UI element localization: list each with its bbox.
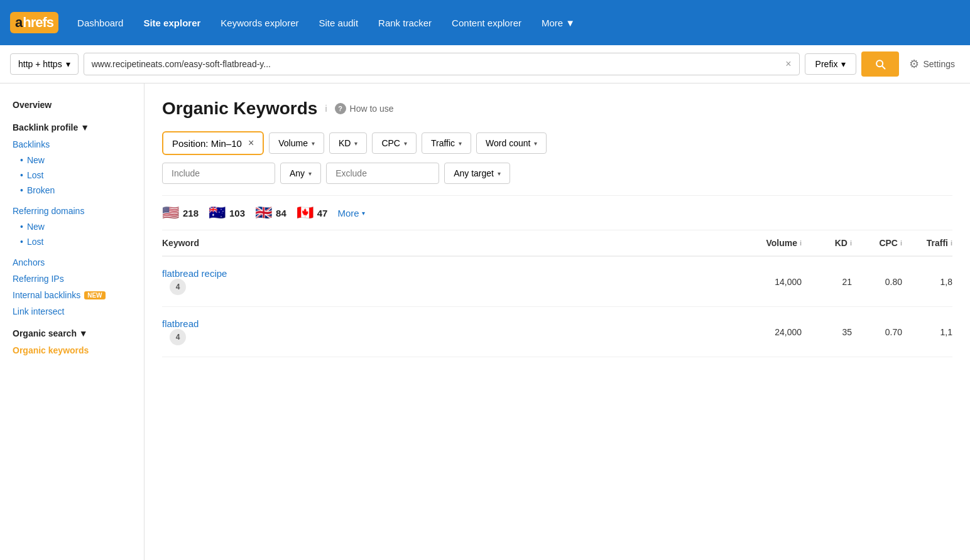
- us-flag-icon: 🇺🇸: [162, 205, 179, 221]
- kd-filter-label: KD: [339, 138, 351, 148]
- sidebar-item-backlinks[interactable]: Backlinks: [0, 136, 144, 153]
- keywords-table: Keyword Volume i KD i CPC i Traffi i: [162, 230, 952, 357]
- protocol-label: http + https: [18, 59, 62, 69]
- any-button[interactable]: Any ▾: [280, 163, 321, 184]
- traffic-filter-button[interactable]: Traffic ▾: [422, 132, 471, 154]
- flag-ca[interactable]: 🇨🇦 47: [297, 205, 328, 221]
- sidebar-item-anchors[interactable]: Anchors: [0, 254, 144, 271]
- any-target-chevron-icon: ▾: [498, 170, 501, 177]
- col-header-traffic: Traffi i: [902, 238, 952, 248]
- title-info-icon[interactable]: i: [325, 104, 327, 114]
- sidebar-item-referring-ips[interactable]: Referring IPs: [0, 271, 144, 287]
- col-header-kd: KD i: [802, 238, 852, 248]
- gb-count: 84: [276, 208, 286, 218]
- sidebar-backlink-profile[interactable]: Backlink profile ▼: [0, 119, 144, 136]
- any-target-button[interactable]: Any target ▾: [444, 163, 510, 184]
- position-filter-close[interactable]: ×: [248, 137, 254, 149]
- logo-a-letter: a: [15, 14, 23, 31]
- keyword-link-flatbread-recipe[interactable]: flatbread recipe: [162, 268, 227, 279]
- sidebar-item-backlinks-broken[interactable]: Broken: [0, 183, 144, 198]
- cpc-value: 0.70: [885, 327, 902, 337]
- ca-flag-icon: 🇨🇦: [297, 205, 313, 221]
- traffic-value: 1,8: [940, 277, 952, 287]
- url-input-container[interactable]: www.recipetineats.com/easy-soft-flatbrea…: [84, 53, 800, 75]
- url-clear-button[interactable]: ×: [785, 58, 791, 70]
- cpc-filter-button[interactable]: CPC ▾: [372, 132, 417, 154]
- volume-filter-label: Volume: [278, 138, 308, 148]
- sidebar-item-organic-keywords[interactable]: Organic keywords: [0, 342, 144, 358]
- row-traffic-cell: 1,1: [902, 327, 952, 337]
- au-count: 103: [229, 208, 245, 218]
- protocol-select[interactable]: http + https ▾: [10, 53, 79, 75]
- sidebar-item-backlinks-lost[interactable]: Lost: [0, 168, 144, 183]
- how-to-use-label: How to use: [350, 104, 394, 114]
- gear-icon: ⚙: [909, 57, 919, 71]
- mode-chevron-icon: ▾: [841, 59, 846, 69]
- row-keyword-cell: flatbread 4: [162, 318, 726, 345]
- position-filter-label: Position: Min–10: [172, 138, 242, 149]
- flags-more-label: More: [337, 208, 359, 218]
- any-chevron-icon: ▾: [308, 170, 312, 177]
- any-label: Any: [290, 168, 305, 178]
- au-flag-icon: 🇦🇺: [209, 205, 226, 221]
- how-to-use-link[interactable]: ? How to use: [335, 103, 394, 114]
- nav-more-button[interactable]: More ▼: [533, 13, 584, 33]
- word-count-filter-button[interactable]: Word count ▾: [476, 132, 547, 154]
- flag-au[interactable]: 🇦🇺 103: [209, 205, 245, 221]
- nav-dashboard[interactable]: Dashboard: [68, 13, 132, 33]
- protocol-chevron-icon: ▾: [66, 59, 70, 69]
- logo-hrefs-text: hrefs: [23, 14, 53, 31]
- sidebar-item-referring-domains-lost[interactable]: Lost: [0, 234, 144, 249]
- nav-rank-tracker[interactable]: Rank tracker: [369, 13, 440, 33]
- nav-site-audit[interactable]: Site audit: [310, 13, 368, 33]
- sidebar-item-link-intersect[interactable]: Link intersect: [0, 303, 144, 320]
- filter-row-2: Any ▾ Any target ▾: [162, 163, 952, 184]
- keyword-link-flatbread[interactable]: flatbread: [162, 318, 199, 329]
- row-kd-cell: 21: [802, 277, 852, 287]
- ca-count: 47: [317, 208, 328, 218]
- logo[interactable]: a hrefs: [10, 12, 58, 33]
- kd-chevron-icon: ▾: [354, 140, 357, 147]
- sidebar-overview[interactable]: Overview: [0, 96, 144, 114]
- traffic-filter-label: Traffic: [431, 138, 455, 148]
- filter-row-1: Position: Min–10 × Volume ▾ KD ▾ CPC ▾ T…: [162, 131, 952, 155]
- row-kd-cell: 35: [802, 327, 852, 337]
- nav-keywords-explorer[interactable]: Keywords explorer: [212, 13, 307, 33]
- mode-select[interactable]: Prefix ▾: [805, 53, 857, 75]
- nav-site-explorer[interactable]: Site explorer: [134, 13, 209, 33]
- cpc-filter-label: CPC: [381, 138, 400, 148]
- flags-more-button[interactable]: More ▾: [337, 208, 364, 218]
- flag-us[interactable]: 🇺🇸 218: [162, 205, 199, 221]
- sidebar-item-internal-backlinks[interactable]: Internal backlinks NEW: [0, 287, 144, 303]
- flags-row: 🇺🇸 218 🇦🇺 103 🇬🇧 84 🇨🇦 47 More ▾: [162, 195, 952, 230]
- include-input[interactable]: [162, 163, 275, 184]
- row-volume-cell: 24,000: [726, 327, 802, 337]
- volume-filter-button[interactable]: Volume ▾: [269, 132, 324, 154]
- sidebar-organic-search[interactable]: Organic search ▼: [0, 325, 144, 342]
- nav-content-explorer[interactable]: Content explorer: [443, 13, 530, 33]
- main-layout: Overview Backlink profile ▼ Backlinks Ne…: [0, 83, 970, 560]
- sidebar-item-referring-domains-new[interactable]: New: [0, 219, 144, 234]
- kd-filter-button[interactable]: KD ▾: [329, 132, 367, 154]
- col-header-volume: Volume i: [726, 238, 802, 248]
- traffic-info-icon[interactable]: i: [951, 239, 952, 247]
- position-badge: 4: [170, 329, 186, 345]
- position-filter-tag[interactable]: Position: Min–10 ×: [162, 131, 264, 155]
- word-count-filter-label: Word count: [486, 138, 530, 148]
- nav-more-label: More: [542, 18, 563, 28]
- sidebar-item-referring-domains[interactable]: Referring domains: [0, 203, 144, 219]
- volume-value: 14,000: [775, 277, 802, 287]
- content-area: Organic Keywords i ? How to use Position…: [144, 83, 970, 560]
- traffic-chevron-icon: ▾: [459, 140, 462, 147]
- kd-value: 21: [842, 277, 852, 287]
- row-keyword-cell: flatbread recipe 4: [162, 268, 726, 295]
- settings-link[interactable]: ⚙ Settings: [904, 57, 960, 71]
- sidebar-item-backlinks-new[interactable]: New: [0, 153, 144, 168]
- exclude-input[interactable]: [326, 163, 439, 184]
- page-title-row: Organic Keywords i ? How to use: [162, 99, 952, 119]
- volume-value: 24,000: [775, 327, 802, 337]
- cpc-chevron-icon: ▾: [404, 140, 407, 147]
- flag-gb[interactable]: 🇬🇧 84: [255, 205, 286, 221]
- search-button[interactable]: [861, 51, 899, 77]
- question-icon: ?: [335, 103, 346, 114]
